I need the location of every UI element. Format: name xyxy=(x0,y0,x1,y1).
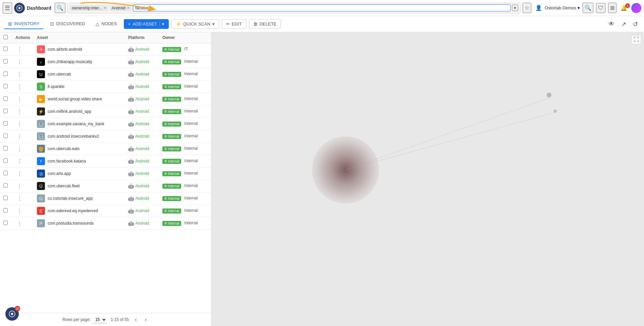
row-more-button[interactable]: ⋮ xyxy=(15,58,23,66)
row-checkbox[interactable] xyxy=(3,183,8,188)
row-checkbox-cell[interactable] xyxy=(0,155,12,168)
shield-icon-button[interactable]: 🛡 xyxy=(596,3,605,13)
owner-name: Internal xyxy=(184,134,198,138)
row-actions-cell[interactable]: ⋮ xyxy=(12,93,34,105)
row-checkbox-cell[interactable] xyxy=(0,130,12,143)
row-actions-cell[interactable]: ⋮ xyxy=(12,155,34,168)
row-more-button[interactable]: ⋮ xyxy=(15,170,23,178)
row-actions-cell[interactable]: ⋮ xyxy=(12,68,34,81)
row-asset-cell: ▶ world.social.group.video.share xyxy=(34,93,125,105)
row-actions-cell[interactable]: ⋮ xyxy=(12,130,34,143)
user-account[interactable]: 👤 Ostorlab Demos ▾ xyxy=(534,3,580,12)
row-more-button[interactable]: ⋮ xyxy=(15,207,23,215)
notification-button[interactable]: 🔔 4 xyxy=(619,5,629,11)
row-checkbox-cell[interactable] xyxy=(0,93,12,105)
table-row: ⋮ ⚡ com.miflink.android_app 🤖 Android ⊞ … xyxy=(0,105,211,118)
row-more-button[interactable]: ⋮ xyxy=(15,182,23,190)
row-checkbox[interactable] xyxy=(3,84,8,88)
asset-app-icon: 🏦 xyxy=(37,120,45,128)
row-checkbox[interactable] xyxy=(3,96,8,101)
row-checkbox[interactable] xyxy=(3,196,8,200)
row-actions-cell[interactable]: ⋮ xyxy=(12,56,34,68)
row-checkbox-cell[interactable] xyxy=(0,180,12,192)
row-checkbox-cell[interactable] xyxy=(0,81,12,93)
row-more-button[interactable]: ⋮ xyxy=(15,83,23,91)
refresh-button[interactable]: ↺ xyxy=(631,18,640,30)
row-checkbox-cell[interactable] xyxy=(0,205,12,217)
row-checkbox-cell[interactable] xyxy=(0,105,12,118)
quick-scan-chevron[interactable]: ▾ xyxy=(212,21,215,27)
row-checkbox[interactable] xyxy=(3,59,8,63)
row-checkbox[interactable] xyxy=(3,158,8,163)
row-more-button[interactable]: ⋮ xyxy=(15,120,23,128)
tab-nodes[interactable]: △ NODES xyxy=(92,19,121,29)
row-actions-cell[interactable]: ⋮ xyxy=(12,217,34,230)
row-checkbox-cell[interactable] xyxy=(0,118,12,130)
filter-dropdown-button[interactable]: ▾ xyxy=(512,5,518,11)
row-actions-cell[interactable]: ⋮ xyxy=(12,43,34,56)
hide-button[interactable]: 👁 xyxy=(606,18,616,30)
row-actions-cell[interactable]: ⋮ xyxy=(12,180,34,192)
row-more-button[interactable]: ⋮ xyxy=(15,145,23,153)
row-actions-cell[interactable]: ⋮ xyxy=(12,192,34,205)
row-actions-cell[interactable]: ⋮ xyxy=(12,143,34,155)
tab-inventory[interactable]: ⊞ INVENTORY xyxy=(4,19,43,29)
row-more-button[interactable]: ⋮ xyxy=(15,220,23,227)
row-checkbox[interactable] xyxy=(3,121,8,126)
next-page-button[interactable]: › xyxy=(143,316,149,323)
star-button[interactable]: ☆ xyxy=(523,3,531,13)
row-actions-cell[interactable]: ⋮ xyxy=(12,105,34,118)
prev-page-button[interactable]: ‹ xyxy=(133,316,139,323)
tab-discovered[interactable]: ⊡ DISCOVERED xyxy=(46,19,89,29)
add-asset-button[interactable]: + ADD ASSET ▾ xyxy=(124,19,169,29)
row-checkbox[interactable] xyxy=(3,146,8,150)
row-asset-cell: E com.edenred.eq.myedenred xyxy=(34,205,125,217)
row-checkbox[interactable] xyxy=(3,171,8,175)
search-button[interactable]: 🔍 xyxy=(55,3,65,13)
row-actions-cell[interactable]: ⋮ xyxy=(12,168,34,180)
add-asset-chevron[interactable]: ▾ xyxy=(160,21,164,27)
row-checkbox-cell[interactable] xyxy=(0,192,12,205)
row-more-button[interactable]: ⋮ xyxy=(15,195,23,202)
row-checkbox-cell[interactable] xyxy=(0,168,12,180)
search-input[interactable] xyxy=(133,4,511,11)
row-checkbox[interactable] xyxy=(3,134,8,138)
row-checkbox-cell[interactable] xyxy=(0,43,12,56)
quick-scan-button[interactable]: ⚡ QUICK SCAN ▾ xyxy=(171,19,219,29)
row-more-button[interactable]: ⋮ xyxy=(15,108,23,115)
row-checkbox-cell[interactable] xyxy=(0,143,12,155)
row-actions-cell[interactable]: ⋮ xyxy=(12,81,34,93)
filter-tag-ownership-close[interactable]: ✕ xyxy=(104,6,106,10)
delete-button[interactable]: 🗑 DELETE xyxy=(249,19,281,29)
network-cluster-blob xyxy=(312,136,379,203)
user-avatar[interactable] xyxy=(631,3,641,13)
row-checkbox[interactable] xyxy=(3,72,8,76)
row-more-button[interactable]: ⋮ xyxy=(15,157,23,165)
edit-button[interactable]: ✏ EDIT xyxy=(222,19,246,29)
bottom-logo[interactable]: 20 xyxy=(5,307,19,321)
rows-per-page-select[interactable]: 15 25 50 xyxy=(93,316,107,323)
grid-icon-button[interactable]: ⊞ xyxy=(608,3,616,13)
row-more-button[interactable]: ⋮ xyxy=(15,46,23,53)
row-checkbox[interactable] xyxy=(3,208,8,213)
row-checkbox-cell[interactable] xyxy=(0,56,12,68)
share-button[interactable]: ↗ xyxy=(619,18,628,30)
filter-tag-android[interactable]: Android ✕ xyxy=(110,5,131,11)
row-checkbox[interactable] xyxy=(3,47,8,51)
row-checkbox[interactable] xyxy=(3,221,8,225)
row-more-button[interactable]: ⋮ xyxy=(15,71,23,78)
row-checkbox[interactable] xyxy=(3,109,8,113)
asset-app-icon: ▶ xyxy=(37,95,45,103)
select-all-checkbox[interactable] xyxy=(3,35,8,39)
row-actions-cell[interactable]: ⋮ xyxy=(12,205,34,217)
hamburger-menu[interactable]: ☰ xyxy=(3,2,12,14)
filter-tag-android-close[interactable]: ✕ xyxy=(127,6,129,10)
row-actions-cell[interactable]: ⋮ xyxy=(12,118,34,130)
row-checkbox-cell[interactable] xyxy=(0,68,12,81)
search-nav-button[interactable]: 🔍 xyxy=(583,3,593,13)
select-all-header[interactable] xyxy=(0,32,12,43)
row-more-button[interactable]: ⋮ xyxy=(15,95,23,103)
filter-tag-ownership[interactable]: ownership:inter... ✕ xyxy=(70,5,108,11)
row-checkbox-cell[interactable] xyxy=(0,217,12,230)
row-more-button[interactable]: ⋮ xyxy=(15,133,23,140)
